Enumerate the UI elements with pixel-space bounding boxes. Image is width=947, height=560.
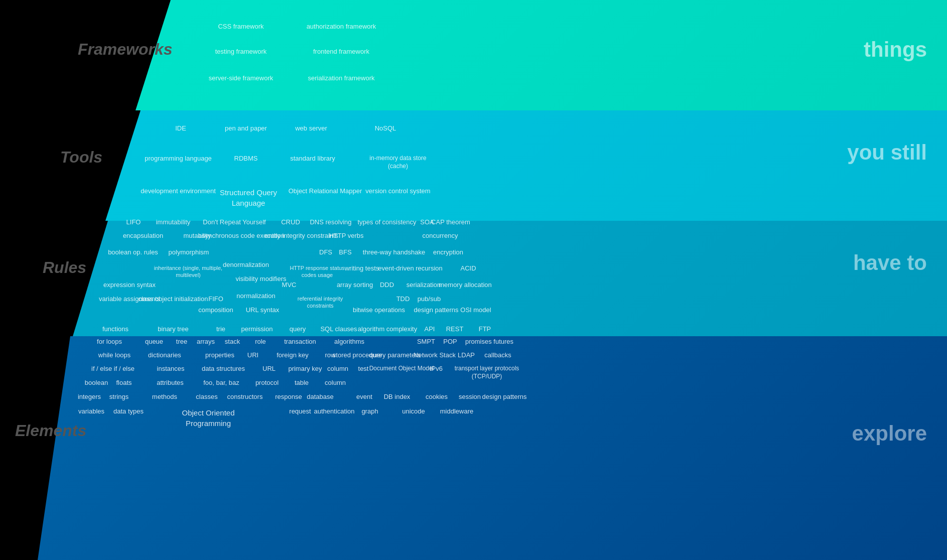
word-elements: Document Object Model — [369, 365, 434, 373]
word-rules: ACID — [460, 264, 476, 272]
word-elements: foreign key — [277, 351, 309, 359]
word-rules: boolean op. rules — [108, 248, 158, 256]
word-elements: constructors — [227, 393, 263, 400]
word-rules: OSI model — [460, 306, 491, 314]
word-rules: CRUD — [281, 218, 300, 226]
word-elements: cookies — [426, 393, 448, 400]
section-label-frameworks: Frameworks — [78, 40, 173, 59]
word-tools: RDBMS — [234, 155, 258, 162]
word-elements: data structures — [202, 365, 245, 372]
word-rules: BFS — [339, 248, 351, 256]
word-tools: Structured Query Language — [211, 187, 286, 208]
word-frameworks: frontend framework — [313, 48, 369, 55]
word-elements: LDAP — [458, 351, 475, 359]
word-tools: programming language — [145, 155, 212, 162]
word-elements: design patterns — [482, 393, 527, 400]
word-tools: NoSQL — [375, 124, 396, 132]
word-rules: TDD — [396, 295, 410, 303]
word-elements: API — [425, 325, 435, 333]
word-elements: middleware — [440, 407, 473, 415]
word-elements: transport layer protocols (TCP/UDP) — [454, 365, 519, 380]
word-elements: properties — [205, 351, 234, 359]
word-tools: Object Relational Mapper — [289, 187, 362, 195]
word-elements: stack — [225, 338, 240, 345]
word-elements: database — [307, 393, 334, 400]
word-elements: functions — [102, 325, 128, 333]
word-elements: column — [327, 365, 348, 372]
section-label-haveto: have to — [853, 251, 927, 275]
word-frameworks: testing framework — [215, 48, 267, 55]
word-elements: unicode — [402, 407, 425, 415]
word-elements: SQL clauses — [320, 325, 357, 333]
word-elements: variables — [78, 407, 104, 415]
word-elements: dictionaries — [148, 351, 181, 359]
word-tools: IDE — [175, 124, 186, 132]
word-elements: request — [289, 407, 311, 415]
word-elements: classes — [196, 393, 217, 400]
word-elements: if / else if / else — [91, 365, 134, 372]
section-label-explore: explore — [852, 422, 927, 446]
word-frameworks: authorization framework — [307, 23, 376, 30]
word-elements: event — [356, 393, 372, 400]
word-rules: MVC — [282, 281, 297, 289]
word-elements: promises futures — [465, 338, 513, 345]
word-rules: pub/sub — [418, 295, 441, 303]
word-elements: test — [358, 365, 369, 372]
word-elements: integers — [78, 393, 101, 400]
word-rules: types of consistency — [357, 218, 416, 226]
word-elements: attributes — [157, 379, 183, 386]
word-rules: denormalization — [223, 261, 269, 268]
word-rules: immutability — [156, 218, 191, 226]
word-elements: methods — [152, 393, 177, 400]
word-elements: boolean — [85, 379, 108, 386]
word-elements: graph — [361, 407, 378, 415]
word-elements: primary key — [288, 365, 322, 372]
word-rules: entity integrity constraints — [265, 232, 339, 239]
word-elements: Object Oriented Programming — [171, 407, 246, 429]
word-elements: instances — [157, 365, 185, 372]
word-rules: HTTP verbs — [329, 232, 363, 239]
word-elements: foo, bar, baz — [203, 379, 239, 386]
word-rules: composition — [198, 306, 233, 314]
word-rules: DDD — [380, 281, 394, 289]
word-elements: DB index — [384, 393, 411, 400]
word-rules: three-way handshake — [363, 248, 425, 256]
word-elements: trie — [216, 325, 225, 333]
word-elements: table — [295, 379, 309, 386]
word-elements: query — [290, 325, 306, 333]
section-label-things: things — [864, 38, 927, 62]
word-elements: session — [459, 393, 481, 400]
word-elements: queue — [145, 338, 163, 345]
word-elements: binary tree — [158, 325, 188, 333]
word-elements: callbacks — [484, 351, 511, 359]
word-rules: array sorting — [337, 281, 373, 289]
word-rules: encapsulation — [123, 232, 163, 239]
word-rules: DFS — [319, 248, 332, 256]
word-rules: serialization — [407, 281, 441, 289]
word-rules: URL syntax — [246, 306, 280, 314]
word-tools: pen and paper — [225, 124, 267, 132]
word-elements: column — [325, 379, 346, 386]
word-tools: version control system — [365, 187, 430, 195]
word-elements: data types — [113, 407, 144, 415]
word-elements: for loops — [97, 338, 122, 345]
word-elements: while loops — [98, 351, 130, 359]
word-elements: URI — [247, 351, 258, 359]
word-elements: tree — [176, 338, 187, 345]
word-elements: REST — [446, 325, 464, 333]
word-rules: class object initialization — [139, 295, 208, 303]
word-rules: memory allocation — [439, 281, 492, 289]
section-label-youstill: you still — [847, 141, 927, 165]
word-rules: expression syntax — [103, 281, 156, 289]
word-rules: bitwise operations — [353, 306, 405, 314]
word-rules: Don't Repeat Yourself — [203, 218, 265, 226]
word-rules: LIFO — [126, 218, 141, 226]
word-elements: Network Stack — [414, 351, 456, 359]
section-label-rules: Rules — [43, 258, 86, 277]
word-rules: visibility modifiers — [235, 275, 286, 283]
word-rules: event-driven — [378, 264, 414, 272]
word-elements: SMPT — [417, 338, 435, 345]
word-frameworks: CSS framework — [218, 23, 263, 30]
word-rules: CAP theorem — [431, 218, 470, 226]
word-rules: concurrency — [423, 232, 458, 239]
